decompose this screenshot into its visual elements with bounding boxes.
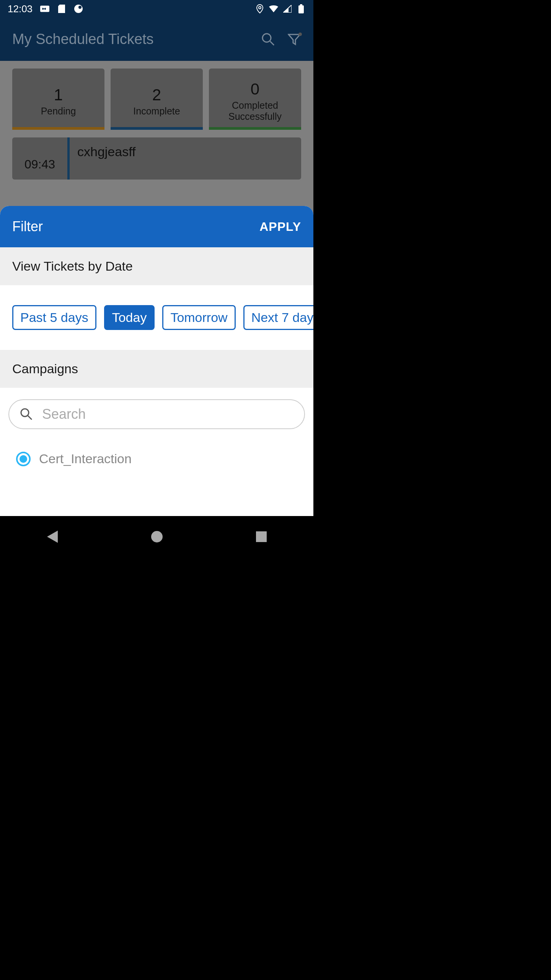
circle-icon [74,4,83,13]
svg-point-1 [74,5,83,13]
sd-card-icon [57,4,66,13]
svg-rect-4 [300,4,302,5]
campaign-name: Cert_Interaction [39,451,132,466]
status-right [255,4,306,13]
date-section-header: View Tickets by Date [0,247,313,285]
svg-point-3 [259,7,261,9]
filter-icon[interactable] [287,33,301,46]
location-icon [255,4,264,13]
radio-selected-icon[interactable] [16,452,31,466]
svg-line-7 [270,41,274,45]
svg-point-2 [78,6,82,9]
app-bar-actions [261,33,301,46]
apply-button[interactable]: APPLY [259,220,301,234]
status-left: 12:03 [8,3,83,15]
android-nav-bar [0,516,313,557]
campaign-list: Cert_Interaction [0,441,313,516]
filter-bottom-sheet: Filter APPLY View Tickets by Date Past 5… [0,206,313,516]
recent-apps-button[interactable] [254,529,269,544]
campaigns-section-header: Campaigns [0,350,313,388]
signal-icon [283,4,292,13]
section-title: Campaigns [12,361,78,376]
status-time: 12:03 [8,3,33,15]
search-icon[interactable] [261,33,275,46]
wifi-icon [269,4,278,13]
sheet-header: Filter APPLY [0,206,313,247]
date-pill-today[interactable]: Today [104,305,155,330]
campaign-item[interactable]: Cert_Interaction [16,448,297,470]
svg-rect-11 [256,531,267,542]
search-placeholder: Search [42,406,86,422]
search-container: Search [0,388,313,441]
search-icon [20,408,33,421]
status-bar: 12:03 [0,0,313,18]
section-title: View Tickets by Date [12,259,133,273]
date-pill-tomorrow[interactable]: Tomorrow [162,305,235,330]
svg-rect-5 [298,5,304,13]
filter-badge-dot [298,33,302,36]
search-input[interactable]: Search [8,399,305,429]
battery-icon [297,4,306,13]
radio-inner [20,455,27,463]
app-bar: My Scheduled Tickets [0,18,313,61]
date-pills-row[interactable]: Past 5 days Today Tomorrow Next 7 days [0,285,313,350]
page-title: My Scheduled Tickets [12,31,154,47]
svg-point-8 [21,409,29,416]
svg-point-6 [262,34,271,42]
sheet-title: Filter [12,219,43,235]
date-pill-past5days[interactable]: Past 5 days [12,305,96,330]
home-button[interactable] [149,529,165,544]
infinity-icon [40,4,49,13]
back-button[interactable] [45,529,60,544]
svg-line-9 [28,416,32,420]
svg-point-10 [151,531,163,542]
date-pill-next7days[interactable]: Next 7 days [243,305,313,330]
